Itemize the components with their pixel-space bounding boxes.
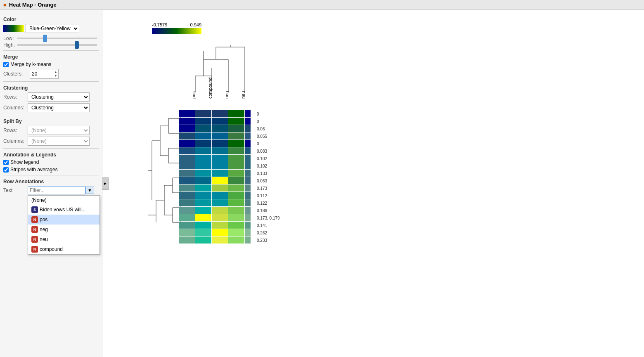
show-legend-label: Show legend	[10, 159, 39, 165]
stripe-r15	[245, 222, 251, 229]
merge-kmeans-checkbox[interactable]	[3, 62, 9, 67]
stripe-r0	[245, 110, 251, 117]
cell-r13-c0	[179, 207, 195, 214]
cell-r8-c0	[179, 170, 195, 177]
row-val-7: 0.102	[257, 164, 267, 168]
cell-r16-c2	[212, 229, 228, 236]
cell-r1-c3	[228, 118, 244, 125]
clusters-label: Clusters:	[3, 71, 28, 77]
dropdown-compound-label: compound	[40, 246, 63, 252]
cell-r0-c3	[228, 110, 244, 117]
low-slider-thumb[interactable]	[43, 35, 47, 42]
clustering-rows-select[interactable]: Clustering None Correlation	[28, 92, 90, 102]
cell-r3-c0	[179, 132, 195, 139]
row-val-6: 0.102	[257, 156, 267, 161]
cell-r15-c3	[228, 222, 244, 229]
cell-r15-c2	[212, 222, 228, 229]
row-val-15: 0.141	[257, 223, 267, 228]
high-slider-thumb[interactable]	[75, 41, 79, 49]
high-slider-track	[17, 44, 97, 46]
dropdown-neu-label: neu	[40, 236, 48, 242]
clusters-arrows[interactable]: ▲ ▼	[54, 70, 57, 78]
splitby-rows-select[interactable]: (None)	[28, 126, 90, 135]
color-scheme-select[interactable]: Blue-Green-Yellow Red-Blue Grayscale	[26, 24, 79, 33]
cell-r1-c1	[195, 118, 211, 125]
clusters-down[interactable]: ▼	[54, 74, 57, 78]
merge-kmeans-label: Merge by k-means	[10, 61, 51, 67]
title-bar: ■ Heat Map - Orange	[0, 0, 644, 10]
stripe-r16	[245, 229, 251, 236]
filter-input[interactable]	[28, 186, 85, 194]
stripe-r14	[245, 214, 251, 221]
clustering-columns-label: Columns:	[3, 105, 26, 111]
row-val-10: 0.173	[257, 186, 267, 191]
cell-r13-c1	[195, 207, 211, 214]
row-annotations-label: Row Annotations	[3, 179, 99, 184]
window-title: Heat Map - Orange	[9, 2, 57, 8]
cell-r14-c2	[212, 214, 228, 221]
cell-r2-c2	[212, 125, 228, 132]
high-slider-row: High:	[3, 42, 99, 48]
dropdown-item-pos[interactable]: N pos	[28, 215, 99, 225]
heatmap-svg: pos compound neg neu	[127, 31, 334, 311]
clusters-spinner[interactable]: 20 ▲ ▼	[30, 69, 59, 79]
cell-r13-c3	[228, 207, 244, 214]
stripe-r17	[245, 236, 251, 244]
splitby-columns-label: Columns:	[3, 138, 26, 144]
dropdown-item-biden[interactable]: S Biden vows US will...	[28, 205, 99, 215]
show-legend-checkbox[interactable]	[3, 160, 9, 165]
left-panel: Color Blue-Green-Yellow Red-Blue Graysca…	[0, 10, 102, 357]
cell-r4-c0	[179, 140, 195, 147]
col-label-neg: neg	[224, 91, 229, 99]
heatmap-cells	[179, 110, 244, 244]
filter-dropdown-menu: (None) S Biden vows US will... N pos N n…	[28, 195, 100, 255]
cell-r15-c0	[179, 222, 195, 229]
cell-r10-c1	[195, 184, 211, 192]
cell-r7-c2	[212, 162, 228, 169]
cell-r0-c0	[179, 110, 195, 117]
filter-dropdown-btn[interactable]: ▼	[85, 187, 94, 194]
cell-r17-c2	[212, 236, 228, 244]
stripe-r7	[245, 162, 251, 169]
stripe-r1	[245, 118, 251, 125]
cell-r9-c0	[179, 177, 195, 184]
col-label-compound: compound	[208, 78, 213, 99]
text-annotation-row: Text ▼ (None) S Biden vows US will...	[3, 186, 99, 194]
cell-r12-c0	[179, 199, 195, 206]
clusters-row: Clusters: 20 ▲ ▼	[3, 69, 99, 79]
clustering-columns-row: Columns: Clustering None Correlation	[3, 103, 99, 112]
cell-r3-c2	[212, 132, 228, 139]
row-val-4: 0	[257, 142, 259, 146]
stripes-averages-checkbox[interactable]	[3, 167, 9, 173]
clusters-value: 20	[31, 71, 54, 77]
cell-r17-c3	[228, 236, 244, 244]
stripe-r11	[245, 192, 251, 199]
dropdown-item-neu[interactable]: N neu	[28, 234, 99, 244]
splitby-columns-row: Columns: (None)	[3, 137, 99, 146]
row-dendrogram	[148, 111, 181, 222]
merge-kmeans-row: Merge by k-means	[3, 61, 99, 67]
cell-r16-c3	[228, 229, 244, 236]
dropdown-item-compound[interactable]: N compound	[28, 244, 99, 254]
row-values: 000.060.05500.0830.1020.1020.1330.0630.1…	[257, 112, 280, 243]
stripe-r3	[245, 132, 251, 139]
high-label: High:	[3, 42, 16, 48]
dropdown-item-neg[interactable]: N neg	[28, 225, 99, 234]
dropdown-item-none[interactable]: (None)	[28, 196, 99, 205]
clustering-columns-select[interactable]: Clustering None Correlation	[28, 103, 90, 112]
row-val-8: 0.133	[257, 171, 267, 176]
stripe-r5	[245, 147, 251, 154]
app-icon: ■	[3, 2, 7, 8]
cell-r0-c1	[195, 110, 211, 117]
color-scale: -0.7579 0.949	[152, 22, 201, 34]
clustering-rows-label: Rows:	[3, 94, 26, 100]
cell-r9-c3	[228, 177, 244, 184]
cell-r0-c2	[212, 110, 228, 117]
stripe-r12	[245, 199, 251, 206]
cell-r4-c2	[212, 140, 228, 147]
clusters-up[interactable]: ▲	[54, 70, 57, 74]
cell-r6-c2	[212, 155, 228, 162]
collapse-button[interactable]: ►	[102, 177, 109, 190]
cell-r8-c3	[228, 170, 244, 177]
splitby-columns-select[interactable]: (None)	[28, 137, 90, 146]
